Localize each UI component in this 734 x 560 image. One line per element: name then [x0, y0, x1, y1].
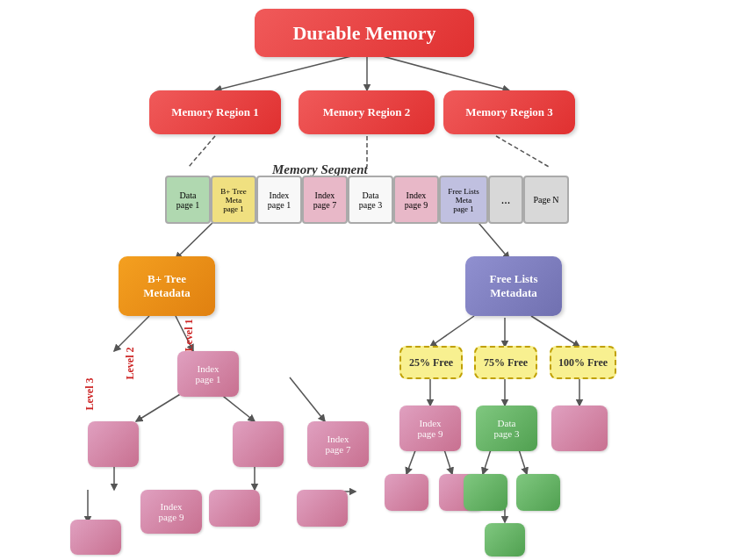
memory-region-1-box: Memory Region 1: [149, 90, 281, 134]
seg-page-n: Page N: [523, 176, 569, 224]
bplus-index-page-1: Index page 1: [177, 351, 239, 397]
bplus-level2-right: [233, 421, 284, 467]
svg-line-2: [376, 54, 509, 90]
svg-line-8: [114, 316, 149, 351]
bplus-bottom-right: [297, 490, 348, 527]
level-1-label: Level 1: [183, 319, 196, 352]
free-pct-25: 25% Free: [399, 346, 463, 379]
seg-data-page-3: Data page 3: [348, 176, 393, 224]
seg-index-page-9: Index page 9: [393, 176, 439, 224]
svg-line-7: [474, 218, 509, 259]
svg-line-18: [430, 316, 474, 347]
bplus-level2-left: [88, 421, 139, 467]
seg-data-page-1: Data page 1: [165, 176, 211, 224]
diagram: Durable Memory Memory Region 1 Memory Re…: [0, 0, 734, 560]
memory-region-2-box: Memory Region 2: [299, 90, 435, 134]
svg-line-16: [290, 377, 325, 421]
seg-freelists-meta: Free Lists Meta page 1: [439, 176, 488, 224]
freelists-metadata-box: Free Lists Metadata: [465, 256, 562, 316]
free-pct-75: 75% Free: [474, 346, 537, 379]
freelists-dp3-sub-left: [464, 474, 507, 511]
freelists-index-page-9: Index page 9: [399, 406, 461, 451]
level-2-label: Level 3: [83, 378, 97, 411]
durable-memory-box: Durable Memory: [255, 9, 474, 57]
freelists-dp3-sub-right: [516, 474, 560, 511]
svg-line-6: [176, 218, 218, 259]
bplus-bottom-mid: [209, 490, 260, 527]
svg-line-20: [531, 316, 579, 347]
freelists-idx9-sub-left: [385, 474, 428, 511]
freelists-green-bottom: [485, 523, 525, 556]
bplus-index-page-7: Index page 7: [307, 421, 369, 467]
seg-ellipsis: ...: [488, 176, 523, 224]
svg-line-4: [189, 136, 215, 167]
svg-line-5: [496, 136, 549, 167]
free-pct-100: 100% Free: [550, 346, 616, 379]
level-2-label2: Level 2: [124, 348, 137, 380]
freelists-data-page-3: Data page 3: [476, 406, 537, 451]
bplus-tree-metadata-box: B+ Tree Metadata: [119, 256, 215, 316]
bplus-bottom-left: [70, 520, 121, 555]
arrows-svg: [0, 0, 734, 560]
freelists-100-box: [551, 406, 608, 451]
seg-bplus-meta-page-1: B+ Tree Meta page 1: [211, 176, 256, 224]
seg-index-page-1: Index page 1: [256, 176, 302, 224]
bplus-index-page-9: Index page 9: [140, 490, 202, 534]
svg-line-0: [215, 54, 358, 90]
seg-index-page-7: Index page 7: [302, 176, 348, 224]
memory-region-3-box: Memory Region 3: [443, 90, 575, 134]
